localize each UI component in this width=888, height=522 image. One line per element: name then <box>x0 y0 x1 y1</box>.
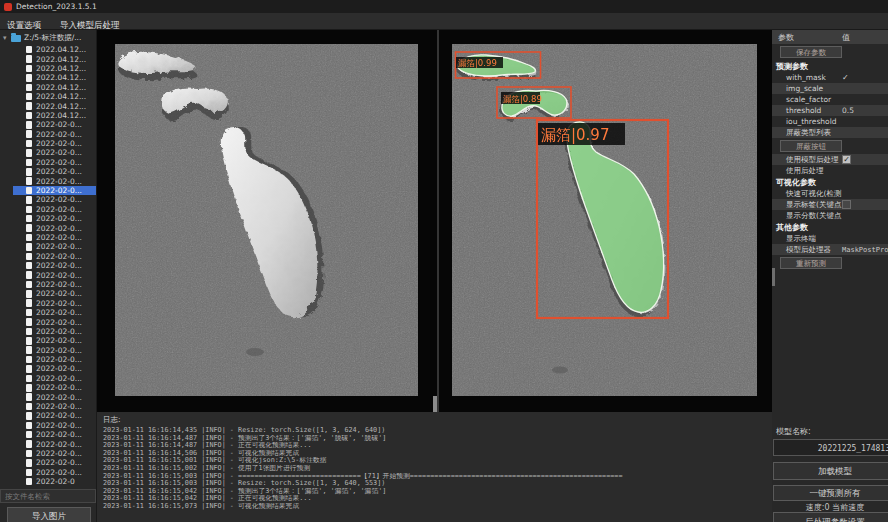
tree-file-item[interactable]: 2022-02-0... <box>0 458 96 467</box>
param-row[interactable]: iou_threshold <box>772 116 888 127</box>
import-images-button[interactable]: 导入图片 <box>7 507 91 522</box>
tree-file-item[interactable]: 2022-02-0... <box>0 421 96 430</box>
tree-file-label: 2022-02-0... <box>36 224 82 233</box>
tree-file-item[interactable]: 2022-02-0... <box>0 430 96 439</box>
checkbox-checked[interactable]: ✓ <box>842 155 851 164</box>
tree-file-item[interactable]: 2022-02-0... <box>0 468 96 477</box>
param-row[interactable]: 快速可视化(检测) <box>772 188 888 199</box>
tree-file-item[interactable]: 2022-02-0... <box>0 392 96 401</box>
tree-file-item[interactable]: 2022.04.12... <box>0 73 96 82</box>
param-row[interactable]: threshold0.5 <box>772 105 888 116</box>
tree-file-label: 2022-02-0... <box>36 327 82 336</box>
param-row[interactable]: 屏蔽类型列表 <box>772 127 888 138</box>
tree-file-label: 2022.04.12... <box>36 64 86 73</box>
tree-file-item[interactable]: 2022-02-0... <box>0 242 96 251</box>
file-icon <box>26 403 32 411</box>
tree-file-item[interactable]: 2022.04.12... <box>0 92 96 101</box>
param-value: MaskPostPro <box>842 246 888 254</box>
model-name-field[interactable]: 20221225_174813 <box>773 439 888 456</box>
check-icon[interactable]: ✓ <box>842 73 849 82</box>
file-icon <box>26 318 32 326</box>
param-row[interactable]: 显示终端 <box>772 233 888 244</box>
predict-all-button[interactable]: 一键预测所有 <box>773 485 888 501</box>
tree-file-item[interactable]: 2022-02-0... <box>0 252 96 261</box>
tree-file-item[interactable]: 2022-02-0... <box>0 176 96 185</box>
tree-file-item[interactable]: 2022-02-0... <box>0 449 96 458</box>
tree-file-item[interactable]: 2022-02-0... <box>0 223 96 232</box>
tree-file-item[interactable]: 2022-02-0... <box>0 280 96 289</box>
tree-file-item[interactable]: 2022.04.12... <box>0 64 96 73</box>
file-icon <box>26 149 32 157</box>
tree-file-item[interactable]: 2022-02-0... <box>0 195 96 204</box>
param-scrollbar[interactable] <box>772 268 775 286</box>
param-row[interactable]: 模型后处理器MaskPostPro <box>772 244 888 255</box>
tree-file-item[interactable]: 2022-02-0... <box>0 402 96 411</box>
parameter-panel: 参数 值 保存参数预测参数with_mask✓img_scalescale_fa… <box>772 30 888 522</box>
search-input[interactable] <box>0 489 96 503</box>
param-row[interactable]: img_scale <box>772 83 888 94</box>
tree-file-item[interactable]: 2022-02-0... <box>0 299 96 308</box>
tree-file-item[interactable]: 2022-02-0... <box>0 317 96 326</box>
postprocess-settings-button[interactable]: 后处理参数设置 <box>773 512 888 522</box>
tree-file-item[interactable]: 2022-02-0... <box>0 308 96 317</box>
tree-file-item[interactable]: 2022-02-0... <box>0 120 96 129</box>
tree-file-item[interactable]: 2022-02-0... <box>0 336 96 345</box>
tree-file-item[interactable]: 2022.04.12... <box>0 83 96 92</box>
checkbox-empty[interactable] <box>842 200 851 209</box>
tree-file-item[interactable]: 2022-02-0... <box>0 383 96 392</box>
param-button[interactable]: 保存参数 <box>780 46 842 58</box>
param-label: 显示终端 <box>772 234 842 244</box>
tree-file-item[interactable]: 2022-02-0... <box>0 205 96 214</box>
param-row[interactable]: 显示标签(关键点) <box>772 199 888 210</box>
log-line: 2023-01-11 16:16:14,435 |INFO| - Resize:… <box>103 427 772 435</box>
tree-file-item[interactable]: 2022-02-0... <box>0 355 96 364</box>
tree-file-label: 2022-02-0... <box>36 355 82 364</box>
log-line: 2023-01-11 16:16:15,042 |INFO| - 预测出了3个结… <box>103 488 772 496</box>
tree-root-folder[interactable]: ▾ Z:/5-标注数据/... <box>0 32 96 44</box>
tree-file-label: 2022.04.12... <box>36 73 86 82</box>
param-row[interactable]: 使用模型后处理✓ <box>772 154 888 165</box>
param-row[interactable]: scale_factor <box>772 94 888 105</box>
file-icon <box>26 431 32 439</box>
tree-file-item[interactable]: 2022-02-0... <box>0 233 96 242</box>
tree-file-item[interactable]: 2022-02-0... <box>0 289 96 298</box>
tree-file-label: 2022-02-0... <box>36 252 82 261</box>
param-row[interactable]: 使用后处理 <box>772 165 888 176</box>
tree-file-item[interactable]: 2022-02-0... <box>0 148 96 157</box>
log-panel[interactable]: 日志: 2023-01-11 16:16:14,435 |INFO| - Res… <box>97 412 772 522</box>
file-icon <box>26 177 32 185</box>
tree-file-item[interactable]: 2022-02-0... <box>0 411 96 420</box>
tree-file-item[interactable]: 2022-02-0... <box>0 364 96 373</box>
param-table-header: 参数 值 <box>772 30 888 44</box>
tree-file-item[interactable]: 2022.04.12... <box>0 54 96 63</box>
tree-file-item[interactable]: 2022.04.12... <box>0 111 96 120</box>
load-model-button[interactable]: 加载模型 <box>773 462 888 480</box>
tree-file-item[interactable]: 2022-02-0... <box>0 261 96 270</box>
param-row[interactable]: with_mask✓ <box>772 72 888 83</box>
param-row[interactable]: 显示分数(关键点) <box>772 210 888 221</box>
tree-file-item[interactable]: 2022-02-0... <box>0 327 96 336</box>
tree-file-item[interactable]: 2022-02-0... <box>0 214 96 223</box>
file-icon <box>26 234 32 242</box>
tree-file-item[interactable]: 2022-02-0... <box>0 346 96 355</box>
tree-file-item[interactable]: 2022-02-0... <box>13 186 96 195</box>
splitter-handle[interactable] <box>433 396 437 412</box>
tree-file-item[interactable]: 2022-02-0... <box>0 158 96 167</box>
value-col-header: 值 <box>842 32 888 43</box>
param-label: iou_threshold <box>772 117 842 126</box>
original-image-panel[interactable] <box>115 44 418 396</box>
param-button-row: 屏蔽按钮 <box>772 138 888 154</box>
tree-file-item[interactable]: 2022.04.12... <box>0 101 96 110</box>
tree-file-item[interactable]: 2022-02-0... <box>0 439 96 448</box>
tree-file-item[interactable]: 2022.04.12... <box>0 45 96 54</box>
tree-file-item[interactable]: 2022-02-0 <box>0 477 96 486</box>
prediction-image-panel[interactable]: 漏箔|0.99 漏箔|0.89 漏箔|0.97 <box>452 44 755 396</box>
param-button[interactable]: 重新预测 <box>780 257 842 269</box>
tree-file-item[interactable]: 2022-02-0... <box>0 167 96 176</box>
tree-file-item[interactable]: 2022-02-0... <box>0 374 96 383</box>
tree-file-item[interactable]: 2022-02-0... <box>0 270 96 279</box>
chevron-down-icon[interactable]: ▾ <box>3 34 11 42</box>
tree-file-item[interactable]: 2022-02-0... <box>0 130 96 139</box>
param-button[interactable]: 屏蔽按钮 <box>780 140 842 152</box>
tree-file-item[interactable]: 2022-02-0... <box>0 139 96 148</box>
